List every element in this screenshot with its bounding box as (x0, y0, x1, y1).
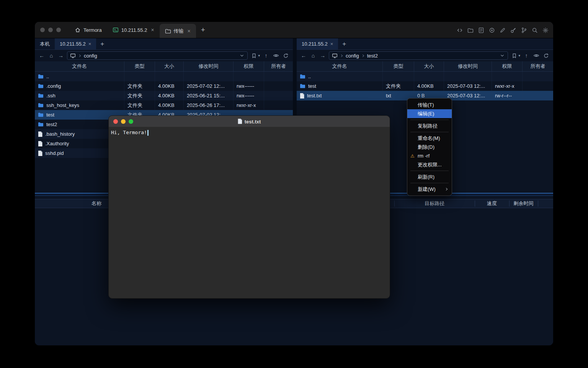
computer-icon (332, 53, 338, 59)
bookmark-icon (511, 53, 518, 59)
column-header-perm[interactable]: 权限 (234, 61, 264, 71)
forward-icon[interactable]: → (57, 53, 64, 59)
menu-item-chmod[interactable]: 更改权限... (407, 160, 452, 169)
minimize-window-button[interactable] (48, 28, 53, 32)
path-segment[interactable]: config (346, 53, 359, 59)
settings-icon[interactable] (542, 27, 549, 33)
record-icon[interactable] (488, 27, 495, 33)
back-icon[interactable]: ← (300, 53, 307, 59)
editor-content[interactable]: Hi, Termora! (109, 127, 390, 138)
file-row[interactable]: .. (35, 72, 293, 81)
chevron-down-icon[interactable] (239, 53, 245, 58)
refresh-icon[interactable] (282, 53, 289, 59)
chevron-down-icon[interactable] (500, 53, 505, 58)
file-row[interactable]: test 文件夹 4.00KB 2025-07-03 12:... rwxr-x… (297, 81, 553, 91)
log-icon[interactable] (478, 27, 484, 33)
column-header-type[interactable]: 类型 (124, 61, 155, 71)
file-row[interactable]: .config 文件夹 4.00KB 2025-07-02 12:... rwx… (35, 81, 293, 91)
close-window-button[interactable] (40, 28, 45, 32)
show-hidden-eye-icon[interactable] (532, 53, 540, 59)
home-nav-icon[interactable]: ⌂ (310, 53, 317, 59)
file-row[interactable]: ssh_host_keys 文件夹 4.00KB 2025-06-26 17:.… (35, 100, 293, 110)
folder-icon[interactable] (467, 27, 474, 33)
column-header-speed[interactable]: 速度 (475, 199, 509, 208)
search-icon[interactable] (531, 27, 538, 33)
back-icon[interactable]: ← (38, 53, 45, 59)
tab-termora[interactable]: Termora (69, 22, 107, 38)
menu-item-transfer[interactable]: 传输(T) (407, 100, 452, 109)
column-header-size[interactable]: 大小 (155, 61, 184, 71)
file-size: 4.00KB (155, 91, 184, 100)
column-header-owner[interactable]: 所有者 (264, 61, 293, 71)
show-hidden-eye-icon[interactable] (272, 53, 279, 59)
file-row[interactable]: .ssh 文件夹 4.00KB 2025-06-21 15:... rwx---… (35, 91, 293, 100)
forward-icon[interactable]: → (319, 53, 326, 59)
key-icon[interactable] (510, 27, 516, 33)
folder-icon (165, 28, 171, 34)
branch-icon[interactable] (521, 27, 527, 33)
tab-local[interactable]: 本机 (35, 38, 55, 49)
file-size: 4.00KB (155, 100, 184, 110)
file-mtime: 2025-07-02 12:... (184, 81, 234, 91)
path-segment[interactable]: config (84, 53, 97, 59)
minimize-editor-button[interactable] (121, 119, 126, 124)
parent-dir-icon[interactable]: ↑ (523, 53, 530, 59)
caret-down-icon: ▾ (258, 54, 260, 58)
close-tab-icon[interactable]: × (88, 41, 91, 47)
column-header-perm[interactable]: 权限 (492, 61, 523, 71)
code-icon[interactable] (456, 27, 463, 33)
editor-titlebar[interactable]: test.txt (109, 116, 390, 127)
file-icon (238, 119, 242, 124)
column-header-name[interactable]: 文件名 (35, 61, 124, 71)
column-header-type[interactable]: 类型 (383, 61, 414, 71)
path-separator-icon (78, 54, 82, 58)
menu-item-edit[interactable]: 编辑(E) (407, 109, 452, 118)
new-panel-tab-button[interactable]: + (338, 38, 350, 49)
tab-remote[interactable]: 10.211.55.2 × (297, 38, 338, 49)
parent-dir-icon[interactable]: ↑ (263, 53, 270, 59)
folder-icon (38, 112, 44, 117)
tab-label: 本机 (40, 41, 50, 48)
column-header-mtime[interactable]: 修改时间 (184, 61, 234, 71)
menu-item-refresh[interactable]: 刷新(R) (407, 172, 452, 181)
zoom-window-button[interactable] (56, 28, 61, 32)
edit-icon[interactable] (499, 27, 506, 33)
column-header-eta[interactable]: 剩余时间 (509, 199, 538, 208)
menu-item-rm-rf[interactable]: ⚠ rm -rf (407, 151, 452, 160)
refresh-icon[interactable] (542, 53, 550, 59)
file-perm: rwx------ (234, 81, 264, 91)
context-menu: 传输(T) 编辑(E) 复制路径 重命名(M) 删除(D) ⚠ rm -rf 更… (407, 98, 452, 196)
tab-remote[interactable]: 10.211.55.2 × (55, 38, 96, 49)
menu-item-label: rm -rf (418, 153, 430, 159)
menu-item-new[interactable]: 新建(W) (407, 185, 452, 194)
path-segment[interactable]: test2 (367, 53, 378, 59)
new-panel-tab-button[interactable]: + (96, 38, 108, 49)
bookmark-button[interactable]: ▾ (250, 53, 260, 59)
close-tab-icon[interactable]: × (330, 41, 333, 47)
zoom-editor-button[interactable] (129, 119, 133, 124)
tab-host[interactable]: 10.211.55.2 × (107, 22, 160, 38)
bookmark-button[interactable]: ▾ (511, 53, 520, 59)
column-header-owner[interactable]: 所有者 (523, 61, 553, 71)
menu-item-copy-path[interactable]: 复制路径 (407, 122, 452, 130)
file-size: 4.00KB (155, 81, 184, 91)
new-tab-button[interactable]: + (196, 22, 210, 38)
menu-item-delete[interactable]: 删除(D) (407, 143, 452, 151)
file-name: ssh_host_keys (46, 102, 79, 108)
file-name: sshd.pid (45, 150, 64, 156)
column-header-mtime[interactable]: 修改时间 (444, 61, 492, 71)
close-tab-icon[interactable]: × (188, 28, 191, 34)
close-editor-button[interactable] (113, 119, 118, 124)
path-bar[interactable]: config test2 (329, 51, 508, 60)
close-tab-icon[interactable]: × (151, 27, 154, 33)
tab-transfer[interactable]: 传输 × (160, 24, 196, 38)
column-header-name[interactable]: 文件名 (297, 61, 383, 71)
path-bar[interactable]: config (67, 51, 248, 60)
column-header-target-path[interactable]: 目标路径 (394, 199, 475, 208)
tab-label: 10.211.55.2 (60, 41, 86, 47)
column-header-size[interactable]: 大小 (414, 61, 444, 71)
home-nav-icon[interactable]: ⌂ (48, 53, 55, 59)
file-row[interactable]: .. (297, 72, 553, 81)
folder-icon (38, 103, 44, 108)
menu-item-rename[interactable]: 重命名(M) (407, 134, 452, 143)
